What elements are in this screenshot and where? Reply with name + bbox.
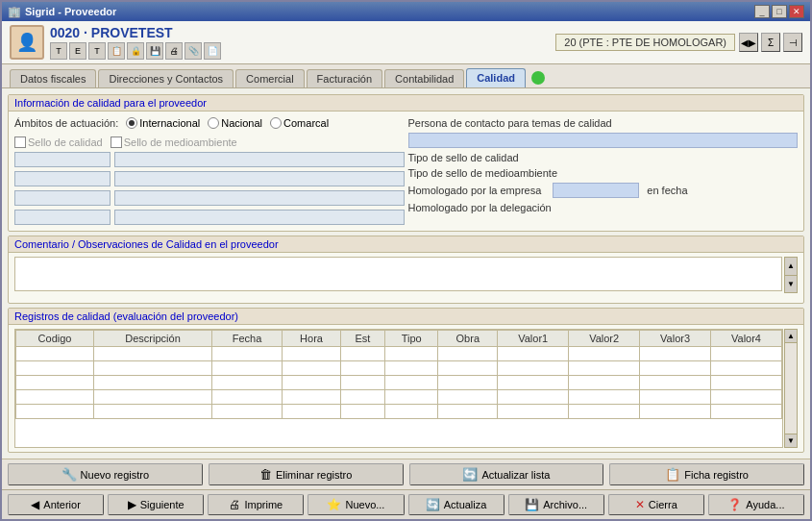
homologado-empresa-label-row: Homologado por la empresa en fecha [408, 183, 799, 198]
nav-arrows-button[interactable]: ◀▶ [739, 33, 758, 52]
entity-title: 0020 · PROVETEST [50, 25, 221, 40]
nuevo-registro-label: Nuevo registro [81, 469, 150, 481]
header-right: 20 (PTE : PTE DE HOMOLOGAR) ◀▶ Σ ⊣ [555, 33, 802, 52]
col-obra: Obra [438, 331, 498, 347]
toolbar-icon-doc[interactable]: 📄 [204, 42, 221, 60]
checkbox-sello-medioambiente-label: Sello de medioambiente [124, 136, 237, 148]
cierra-label: Cierra [649, 499, 677, 510]
maximize-button[interactable]: □ [772, 5, 787, 18]
homologado-empresa-input-1[interactable] [14, 190, 111, 206]
comments-scroll-down[interactable]: ▼ [785, 276, 797, 293]
anterior-button[interactable]: ◀ Anterior [8, 494, 104, 515]
col-tipo: Tipo [384, 331, 437, 347]
tipo-calidad-input-2[interactable] [114, 152, 405, 167]
radio-internacional-circle[interactable] [126, 117, 137, 129]
cierra-button[interactable]: ✕ Cierra [608, 494, 704, 515]
col-est: Est [340, 331, 384, 347]
toolbar-icon-t1[interactable]: T [50, 42, 67, 60]
radio-nacional-circle[interactable] [208, 117, 219, 129]
radio-comarcal-circle[interactable] [270, 117, 282, 129]
minimize-button[interactable]: _ [754, 5, 770, 18]
checkbox-sello-calidad[interactable]: Sello de calidad [14, 136, 103, 148]
pin-button[interactable]: ⊣ [783, 33, 802, 52]
app-icon: 🏢 [8, 6, 21, 18]
homologado-delegacion-input-1[interactable] [14, 210, 111, 225]
table-row[interactable] [16, 347, 782, 361]
table-row[interactable] [16, 390, 782, 405]
checkbox-sello-medioambiente[interactable]: Sello de medioambiente [111, 136, 237, 148]
table-row[interactable] [16, 376, 782, 390]
window-title: Sigrid - Proveedor [25, 6, 116, 17]
radio-nacional[interactable]: Nacional [208, 117, 262, 129]
tab-direcciones[interactable]: Direcciones y Contactos [98, 69, 234, 87]
sum-button[interactable]: Σ [761, 33, 780, 52]
tipo-sello-calidad-label-row: Tipo de sello de calidad [408, 152, 799, 163]
checkbox-sello-medioambiente-box[interactable] [111, 136, 122, 148]
eliminar-registro-button[interactable]: 🗑 Eliminar registro [209, 463, 404, 485]
toolbar-icon-print[interactable]: 🖨 [165, 42, 183, 60]
homologado-delegacion-label-row: Homologado por la delegación [408, 202, 799, 213]
col-descripcion: Descripción [94, 331, 212, 347]
toolbar-icon-lock[interactable]: 🔒 [127, 42, 144, 60]
tab-contabilidad[interactable]: Contabilidad [384, 69, 464, 87]
comments-title-text: Comentario / Observaciones de Calidad en… [14, 238, 279, 250]
col-valor4: Valor4 [711, 331, 782, 347]
tipo-calidad-input-row [14, 152, 405, 167]
siguiente-button[interactable]: ▶ Siguiente [108, 494, 204, 515]
quality-right-col: Persona de contacto para temas de calida… [408, 117, 799, 225]
actualizar-lista-icon: 🔄 [462, 467, 478, 482]
toolbar-icon-e[interactable]: E [69, 42, 86, 60]
main-content: Información de calidad para el proveedor… [2, 88, 810, 459]
col-valor2: Valor2 [569, 331, 640, 347]
table-scroll-down[interactable]: ▼ [785, 434, 797, 447]
tipo-medioambiente-input-2[interactable] [114, 171, 405, 186]
tab-comercial[interactable]: Comercial [235, 69, 305, 87]
toolbar-icon-save[interactable]: 💾 [146, 42, 163, 60]
tab-facturacion[interactable]: Facturación [307, 69, 382, 87]
toolbar-icon-attach[interactable]: 📎 [185, 42, 202, 60]
anterior-label: Anterior [43, 499, 81, 510]
actualizar-lista-button[interactable]: 🔄 Actualizar lista [409, 463, 604, 485]
toolbar-icons: T E T 📋 🔒 💾 🖨 📎 📄 [50, 42, 221, 60]
table-scroll-up[interactable]: ▲ [785, 330, 797, 343]
records-title-text: Registros de calidad (evaluación del pro… [14, 310, 238, 322]
records-content: Codigo Descripción Fecha Hora Est Tipo O… [9, 325, 803, 452]
contact-input[interactable] [408, 133, 799, 148]
homologado-empresa-row [14, 190, 405, 206]
en-fecha-label: en fecha [647, 185, 687, 196]
quality-section-body: Ámbitos de actuación: Internacional Naci… [9, 112, 803, 231]
toolbar-icon-clip[interactable]: 📋 [108, 42, 125, 60]
comments-textarea[interactable] [14, 257, 782, 291]
actualiza-button[interactable]: 🔄 Actualiza [408, 494, 504, 515]
toolbar-icon-t2[interactable]: T [88, 42, 106, 60]
tipo-calidad-input-1[interactable] [14, 152, 111, 167]
ficha-registro-label: Ficha registro [684, 469, 749, 481]
archivo-icon: 💾 [525, 498, 539, 511]
radio-internacional[interactable]: Internacional [126, 117, 200, 129]
close-window-button[interactable]: ✕ [789, 5, 804, 18]
archivo-label: Archivo... [543, 499, 587, 510]
comments-scroll-up[interactable]: ▲ [785, 258, 797, 276]
nuevo-icon: ⭐ [327, 498, 341, 511]
ayuda-button[interactable]: ❓ Ayuda... [708, 494, 804, 515]
anterior-icon: ◀ [31, 498, 39, 511]
table-row[interactable] [16, 405, 782, 419]
checkbox-sello-calidad-box[interactable] [14, 136, 26, 148]
nuevo-button[interactable]: ⭐ Nuevo... [308, 494, 404, 515]
homologado-empresa-input-2[interactable] [114, 190, 405, 206]
radio-comarcal[interactable]: Comarcal [270, 117, 329, 129]
nuevo-registro-button[interactable]: 🔧 Nuevo registro [8, 463, 203, 485]
ficha-registro-button[interactable]: 📋 Ficha registro [609, 463, 804, 485]
actualiza-icon: 🔄 [426, 498, 440, 511]
archivo-button[interactable]: 💾 Archivo... [508, 494, 604, 515]
tipo-medioambiente-input-1[interactable] [14, 171, 111, 186]
tipo-sello-medioambiente-label: Tipo de sello de medioambiente [408, 167, 558, 179]
homologado-delegacion-input-2[interactable] [114, 210, 405, 225]
title-bar-controls: _ □ ✕ [754, 5, 804, 18]
homologado-empresa-date-input[interactable] [553, 183, 639, 198]
tab-calidad[interactable]: Calidad [466, 68, 526, 87]
radio-nacional-label: Nacional [221, 117, 262, 129]
table-row[interactable] [16, 361, 782, 376]
imprime-button[interactable]: 🖨 Imprime [208, 494, 304, 515]
tab-datos-fiscales[interactable]: Datos fiscales [10, 69, 96, 87]
